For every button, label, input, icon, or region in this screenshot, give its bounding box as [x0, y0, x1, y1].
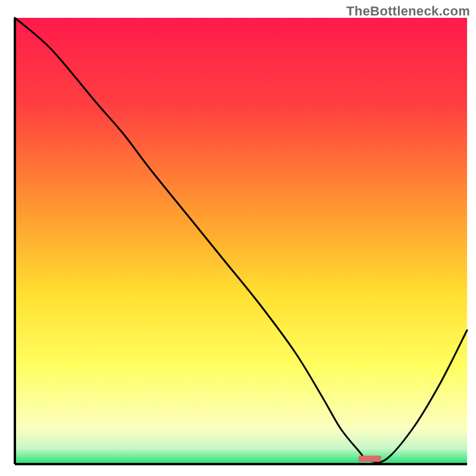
bottleneck-chart: [0, 0, 476, 476]
chart-stage: TheBottleneck.com: [0, 0, 476, 476]
watermark-text: TheBottleneck.com: [346, 4, 470, 19]
optimum-marker: [359, 456, 381, 462]
plot-background: [15, 18, 467, 464]
